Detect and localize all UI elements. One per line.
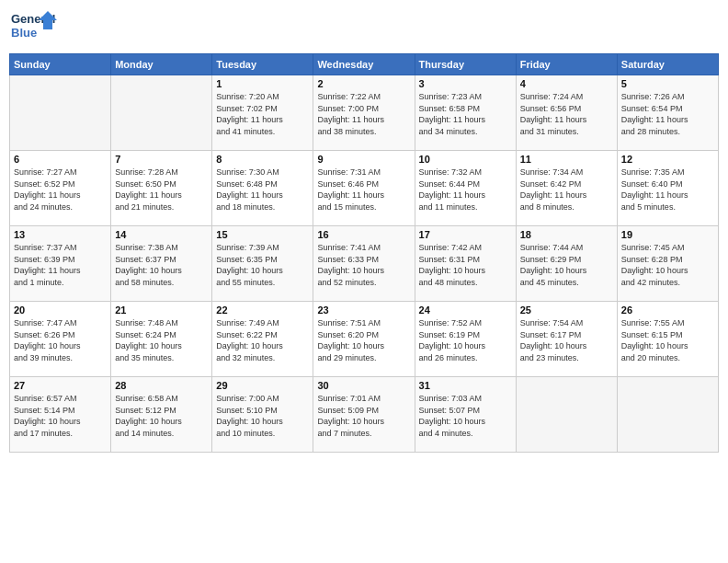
- day-number: 16: [317, 229, 410, 240]
- day-number: 4: [520, 78, 613, 89]
- calendar-cell: 29Sunrise: 7:00 AMSunset: 5:10 PMDayligh…: [212, 377, 313, 453]
- calendar-cell: 12Sunrise: 7:35 AMSunset: 6:40 PMDayligh…: [617, 151, 718, 226]
- day-info: Sunrise: 7:54 AMSunset: 6:17 PMDaylight:…: [520, 317, 613, 363]
- day-number: 18: [520, 229, 613, 240]
- calendar-cell: 17Sunrise: 7:42 AMSunset: 6:31 PMDayligh…: [415, 226, 516, 302]
- day-number: 10: [419, 154, 512, 165]
- day-info: Sunrise: 7:24 AMSunset: 6:56 PMDaylight:…: [520, 91, 613, 137]
- calendar-cell: 23Sunrise: 7:51 AMSunset: 6:20 PMDayligh…: [313, 302, 415, 377]
- day-number: 24: [419, 304, 512, 316]
- day-number: 25: [520, 304, 613, 316]
- day-info: Sunrise: 7:26 AMSunset: 6:54 PMDaylight:…: [621, 91, 714, 137]
- day-info: Sunrise: 7:41 AMSunset: 6:33 PMDaylight:…: [317, 242, 410, 288]
- day-info: Sunrise: 7:51 AMSunset: 6:20 PMDaylight:…: [317, 317, 410, 363]
- day-number: 12: [621, 154, 714, 165]
- calendar-cell: 26Sunrise: 7:55 AMSunset: 6:15 PMDayligh…: [617, 302, 718, 377]
- day-info: Sunrise: 7:01 AMSunset: 5:09 PMDaylight:…: [317, 393, 410, 439]
- day-header-sunday: Sunday: [10, 54, 111, 75]
- day-info: Sunrise: 7:35 AMSunset: 6:40 PMDaylight:…: [621, 167, 714, 213]
- day-number: 20: [14, 304, 107, 316]
- calendar-cell: 3Sunrise: 7:23 AMSunset: 6:58 PMDaylight…: [415, 75, 516, 151]
- day-number: 22: [216, 304, 309, 316]
- day-info: Sunrise: 7:39 AMSunset: 6:35 PMDaylight:…: [216, 242, 309, 288]
- day-number: 28: [115, 380, 208, 391]
- calendar-cell: 28Sunrise: 6:58 AMSunset: 5:12 PMDayligh…: [111, 377, 212, 453]
- day-header-friday: Friday: [516, 54, 617, 75]
- day-header-saturday: Saturday: [617, 54, 718, 75]
- day-info: Sunrise: 7:22 AMSunset: 7:00 PMDaylight:…: [317, 91, 410, 137]
- calendar-cell: 21Sunrise: 7:48 AMSunset: 6:24 PMDayligh…: [111, 302, 212, 377]
- calendar-cell: 16Sunrise: 7:41 AMSunset: 6:33 PMDayligh…: [313, 226, 415, 302]
- svg-text:Blue: Blue: [11, 26, 37, 40]
- calendar-cell: 4Sunrise: 7:24 AMSunset: 6:56 PMDaylight…: [516, 75, 617, 151]
- day-info: Sunrise: 7:49 AMSunset: 6:22 PMDaylight:…: [216, 317, 309, 363]
- day-info: Sunrise: 7:03 AMSunset: 5:07 PMDaylight:…: [419, 393, 512, 439]
- calendar-cell: 6Sunrise: 7:27 AMSunset: 6:52 PMDaylight…: [10, 151, 111, 226]
- calendar-cell: 25Sunrise: 7:54 AMSunset: 6:17 PMDayligh…: [516, 302, 617, 377]
- calendar-cell: [10, 75, 111, 151]
- calendar-cell: 9Sunrise: 7:31 AMSunset: 6:46 PMDaylight…: [313, 151, 415, 226]
- day-number: 23: [317, 304, 410, 316]
- calendar-cell: 11Sunrise: 7:34 AMSunset: 6:42 PMDayligh…: [516, 151, 617, 226]
- day-header-wednesday: Wednesday: [313, 54, 415, 75]
- day-number: 15: [216, 229, 309, 240]
- logo: General Blue: [9, 9, 60, 48]
- day-info: Sunrise: 7:31 AMSunset: 6:46 PMDaylight:…: [317, 167, 410, 213]
- day-info: Sunrise: 7:34 AMSunset: 6:42 PMDaylight:…: [520, 167, 613, 213]
- logo-svg: General Blue: [9, 9, 60, 48]
- day-header-monday: Monday: [111, 54, 212, 75]
- day-number: 27: [14, 380, 107, 391]
- day-info: Sunrise: 7:30 AMSunset: 6:48 PMDaylight:…: [216, 167, 309, 213]
- calendar-cell: 14Sunrise: 7:38 AMSunset: 6:37 PMDayligh…: [111, 226, 212, 302]
- day-number: 11: [520, 154, 613, 165]
- calendar-cell: 2Sunrise: 7:22 AMSunset: 7:00 PMDaylight…: [313, 75, 415, 151]
- day-info: Sunrise: 6:58 AMSunset: 5:12 PMDaylight:…: [115, 393, 208, 439]
- day-number: 7: [115, 154, 208, 165]
- calendar-cell: 7Sunrise: 7:28 AMSunset: 6:50 PMDaylight…: [111, 151, 212, 226]
- day-info: Sunrise: 7:47 AMSunset: 6:26 PMDaylight:…: [14, 317, 107, 363]
- calendar-cell: 19Sunrise: 7:45 AMSunset: 6:28 PMDayligh…: [617, 226, 718, 302]
- day-number: 21: [115, 304, 208, 316]
- day-number: 30: [317, 380, 410, 391]
- calendar-cell: 5Sunrise: 7:26 AMSunset: 6:54 PMDaylight…: [617, 75, 718, 151]
- page-header: General Blue: [9, 9, 719, 48]
- day-info: Sunrise: 7:32 AMSunset: 6:44 PMDaylight:…: [419, 167, 512, 213]
- calendar-cell: 18Sunrise: 7:44 AMSunset: 6:29 PMDayligh…: [516, 226, 617, 302]
- day-number: 17: [419, 229, 512, 240]
- day-number: 3: [419, 78, 512, 89]
- calendar-table: SundayMondayTuesdayWednesdayThursdayFrid…: [9, 53, 719, 453]
- day-info: Sunrise: 7:38 AMSunset: 6:37 PMDaylight:…: [115, 242, 208, 288]
- calendar-cell: 8Sunrise: 7:30 AMSunset: 6:48 PMDaylight…: [212, 151, 313, 226]
- day-info: Sunrise: 7:52 AMSunset: 6:19 PMDaylight:…: [419, 317, 512, 363]
- day-header-tuesday: Tuesday: [212, 54, 313, 75]
- calendar-cell: 1Sunrise: 7:20 AMSunset: 7:02 PMDaylight…: [212, 75, 313, 151]
- calendar-cell: 27Sunrise: 6:57 AMSunset: 5:14 PMDayligh…: [10, 377, 111, 453]
- day-number: 13: [14, 229, 107, 240]
- calendar-cell: 13Sunrise: 7:37 AMSunset: 6:39 PMDayligh…: [10, 226, 111, 302]
- day-info: Sunrise: 7:37 AMSunset: 6:39 PMDaylight:…: [14, 242, 107, 288]
- calendar-cell: 10Sunrise: 7:32 AMSunset: 6:44 PMDayligh…: [415, 151, 516, 226]
- day-number: 8: [216, 154, 309, 165]
- calendar-cell: 24Sunrise: 7:52 AMSunset: 6:19 PMDayligh…: [415, 302, 516, 377]
- day-info: Sunrise: 7:48 AMSunset: 6:24 PMDaylight:…: [115, 317, 208, 363]
- day-info: Sunrise: 7:23 AMSunset: 6:58 PMDaylight:…: [419, 91, 512, 137]
- day-number: 5: [621, 78, 714, 89]
- day-number: 6: [14, 154, 107, 165]
- day-number: 9: [317, 154, 410, 165]
- calendar-cell: [111, 75, 212, 151]
- day-number: 14: [115, 229, 208, 240]
- day-info: Sunrise: 7:42 AMSunset: 6:31 PMDaylight:…: [419, 242, 512, 288]
- day-info: Sunrise: 7:45 AMSunset: 6:28 PMDaylight:…: [621, 242, 714, 288]
- day-number: 31: [419, 380, 512, 391]
- day-info: Sunrise: 7:28 AMSunset: 6:50 PMDaylight:…: [115, 167, 208, 213]
- day-info: Sunrise: 7:44 AMSunset: 6:29 PMDaylight:…: [520, 242, 613, 288]
- day-info: Sunrise: 6:57 AMSunset: 5:14 PMDaylight:…: [14, 393, 107, 439]
- day-info: Sunrise: 7:55 AMSunset: 6:15 PMDaylight:…: [621, 317, 714, 363]
- day-info: Sunrise: 7:00 AMSunset: 5:10 PMDaylight:…: [216, 393, 309, 439]
- calendar-cell: [617, 377, 718, 453]
- day-number: 29: [216, 380, 309, 391]
- calendar-cell: [516, 377, 617, 453]
- calendar-cell: 31Sunrise: 7:03 AMSunset: 5:07 PMDayligh…: [415, 377, 516, 453]
- day-number: 1: [216, 78, 309, 89]
- day-header-thursday: Thursday: [415, 54, 516, 75]
